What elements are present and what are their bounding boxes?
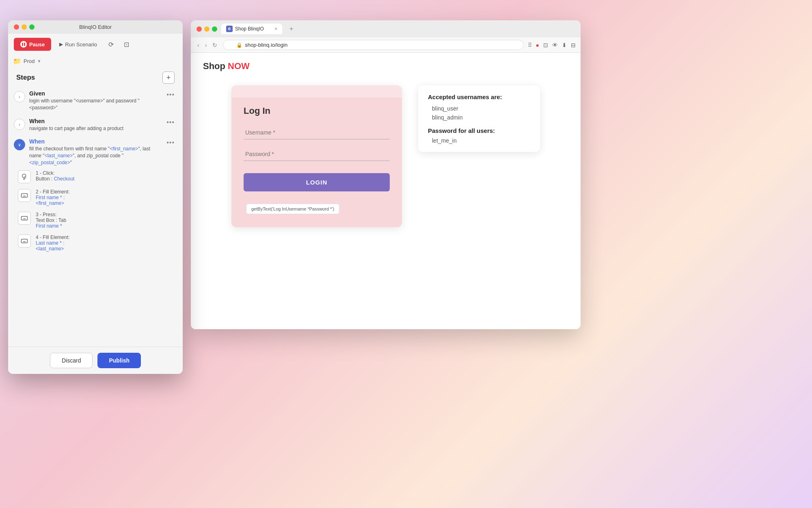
sub-step-4: 4 - Fill Element: Last name * : <last_na… [18,234,74,252]
browser-toolbar-icons: ⠿ ● ⊡ 👁 ⬇ ⊟ [528,42,576,48]
pause-icon [20,41,27,48]
browser-content: Shop NOW Log In LOGIN [191,53,581,329]
discard-button[interactable]: Discard [50,353,93,368]
pause-label: Pause [29,41,45,48]
tab-favicon: B [226,26,233,32]
svg-point-1 [24,176,26,178]
step-2-desc: navigate to cart page after adding a pro… [29,125,160,132]
close-button[interactable] [14,24,19,30]
lock-icon: 🔒 [236,42,242,48]
grid-icon[interactable]: ⠿ [528,42,532,48]
steps-title: Steps [16,74,35,82]
sub-step-4-label: Last name * : [36,240,65,246]
step-3-desc: fill the checkout form with first name "… [29,145,160,166]
traffic-lights [14,24,35,30]
username-input[interactable] [244,126,390,139]
sub-step-3-detail: Text Box : Tab [36,217,74,223]
pause-button[interactable]: Pause [14,38,51,51]
login-area: Log In LOGIN getByText('Log InUsername *… [231,85,402,227]
shop-title-prefix: Shop [203,61,228,71]
panel-icon[interactable]: ⊟ [571,42,576,48]
step-1-desc: login with username "<username>" and pas… [29,98,160,111]
sub-step-3-content: 3 - Press: Text Box : Tab First name * [36,212,74,229]
eye-icon[interactable]: 👁 [552,42,558,48]
new-tab-button[interactable]: + [286,24,296,34]
username-group [244,126,390,139]
editor-window: BlinqIO Editor Pause ▶ Run Scenario ⟳ ⊡ [8,20,183,374]
shop-header: Shop NOW [191,53,581,80]
browser-tab[interactable]: B Shop BlinqIO × [221,24,282,34]
download-icon[interactable]: ⬇ [562,42,567,48]
address-bar-row: ‹ › ↻ 🔒 shop-blinq.io/login ⠿ ● ⊡ 👁 ⬇ ⊟ [191,37,581,53]
step-3-more-button[interactable]: ••• [164,138,177,147]
maximize-button[interactable] [29,24,35,30]
step-3-type: When [29,138,160,145]
sub-step-2-detail: First name * : [36,195,74,200]
sub-step-2-number: 2 - Fill Element: [36,189,74,195]
back-button[interactable]: ‹ [196,41,201,49]
sub-step-4-number: 4 - Fill Element: [36,234,74,240]
sub-steps: 1 - Click: Button : Checkout [18,170,74,257]
run-label: Run Scenario [65,41,97,48]
step-item: ∨ When fill the checkout form with first… [14,138,177,257]
step-2-chevron[interactable]: › [14,119,25,130]
password-group [244,148,390,161]
step-2-more-button[interactable]: ••• [164,118,177,127]
refresh-icon[interactable]: ⟳ [105,39,117,50]
step-1-more-button[interactable]: ••• [164,90,177,99]
sub-step-1: 1 - Click: Button : Checkout [18,170,74,183]
browser-traffic-lights [197,26,217,32]
browser-minimize[interactable] [204,26,209,32]
play-icon: ▶ [59,41,63,47]
steps-list: › Given login with username "<username>"… [8,87,183,347]
sub-step-2-content: 2 - Fill Element: First name * : <first_… [36,189,74,206]
password-value: let_me_in [428,137,530,144]
browser-close[interactable] [197,26,202,32]
add-step-button[interactable]: + [162,72,175,84]
folder-icon: 📁 [13,57,21,65]
step-2-type: When [29,118,160,124]
cursor-icon[interactable]: ⊡ [543,42,548,48]
address-bar[interactable]: 🔒 shop-blinq.io/login [223,40,523,50]
step-2-content: When navigate to cart page after adding … [29,118,160,132]
tab-title: Shop BlinqIO [235,26,264,32]
sub-step-2-value: <first_name> [36,200,74,206]
browser-maximize[interactable] [212,26,217,32]
minimize-button[interactable] [22,24,27,30]
layout-icon[interactable]: ⊡ [121,39,132,50]
step-item: › When navigate to cart page after addin… [14,118,177,132]
login-title: Log In [244,106,390,116]
login-button[interactable]: LOGIN [244,173,390,191]
editor-titlebar: BlinqIO Editor [8,20,183,34]
steps-header: Steps + [8,67,183,87]
password-input[interactable] [244,148,390,161]
step-1-chevron[interactable]: › [14,91,25,102]
keyboard-2-icon [18,212,31,225]
sub-step-2-label: First name * : [36,195,65,200]
run-scenario-button[interactable]: ▶ Run Scenario [55,39,101,50]
record-icon[interactable]: ● [536,42,539,48]
login-card: Log In LOGIN getByText('Log InUsername *… [231,85,402,227]
url-text: shop-blinq.io/login [245,42,287,48]
sub-step-4-content: 4 - Fill Element: Last name * : <last_na… [36,234,74,252]
sub-step-3-number: 3 - Press: [36,212,74,217]
shop-title-highlight: NOW [228,61,250,71]
step-item: › Given login with username "<username>"… [14,90,177,111]
publish-button[interactable]: Publish [97,353,141,368]
sub-step-3-value: First name * [36,223,74,229]
username-2: blinq_admin [428,114,530,121]
env-selector[interactable]: 📁 Prod ▼ [8,55,183,67]
forward-button[interactable]: › [203,41,209,49]
sub-step-1-number: 1 - Click: [36,170,74,176]
svg-rect-2 [22,193,28,197]
step-1-type: Given [29,90,160,97]
tab-close-button[interactable]: × [274,26,277,32]
step-3-chevron[interactable]: ∨ [14,139,25,150]
login-tooltip: getByText('Log InUsername *Password *') [246,204,339,214]
reload-button[interactable]: ↻ [211,41,219,49]
sub-step-3: 3 - Press: Text Box : Tab First name * [18,212,74,229]
step-3-content: When fill the checkout form with first n… [29,138,160,166]
keyboard-icon [18,189,31,202]
username-1: blinq_user [428,105,530,112]
keyboard-3-icon [18,234,31,247]
